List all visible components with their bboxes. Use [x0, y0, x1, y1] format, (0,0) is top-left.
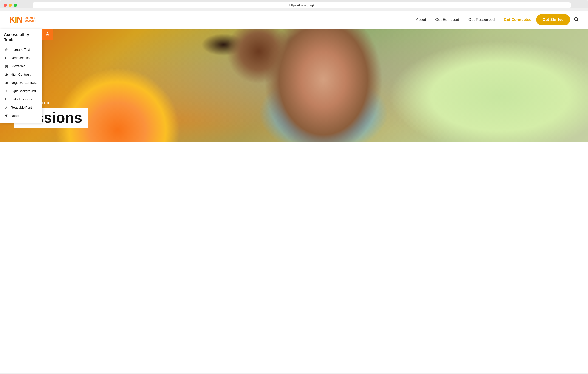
- search-button[interactable]: [574, 17, 579, 23]
- nav-link-about[interactable]: About: [416, 17, 426, 22]
- accessibility-item-decrease-text[interactable]: ⊖Decrease Text: [0, 54, 42, 62]
- negative-contrast-label: Negative Contrast: [11, 81, 37, 85]
- hero-section: GET CONNECTED Missions: [0, 29, 588, 141]
- reset-icon: ↺: [4, 114, 9, 118]
- decrease-text-icon: ⊖: [4, 56, 9, 60]
- accessibility-panel: Accessibility Tools ⊕Increase Text⊖Decre…: [0, 29, 42, 123]
- links-underline-label: Links Underline: [11, 97, 33, 101]
- increase-text-icon: ⊕: [4, 47, 9, 52]
- nav-links: AboutGet EquippedGet ResourcedGet Connec…: [416, 17, 532, 22]
- grayscale-label: Grayscale: [11, 64, 25, 68]
- accessibility-item-links-underline[interactable]: ⊔Links Underline: [0, 95, 42, 103]
- increase-text-label: Increase Text: [11, 48, 30, 52]
- accessibility-item-increase-text[interactable]: ⊕Increase Text: [0, 45, 42, 54]
- minimize-button[interactable]: [9, 4, 12, 7]
- hero-photo-simulation: [0, 29, 588, 141]
- nav-link-get-resourced[interactable]: Get Resourced: [468, 17, 494, 22]
- accessibility-icon: [44, 32, 51, 37]
- high-contrast-icon: ◑: [4, 72, 9, 77]
- readable-font-label: Readable Font: [11, 106, 32, 109]
- light-background-icon: ○: [4, 89, 9, 93]
- accessibility-item-negative-contrast[interactable]: ◉Negative Contrast: [0, 79, 42, 87]
- accessibility-toggle[interactable]: [42, 29, 53, 40]
- accessibility-title: Accessibility: [4, 32, 39, 37]
- logo-tagline: KOINONIA INCLUSION: [24, 17, 36, 22]
- nav-link-get-equipped[interactable]: Get Equipped: [435, 17, 459, 22]
- close-button[interactable]: [4, 4, 7, 7]
- get-started-button[interactable]: Get Started: [536, 14, 570, 25]
- nav-link-get-connected[interactable]: Get Connected: [504, 17, 532, 22]
- svg-line-2: [577, 20, 578, 21]
- accessibility-item-light-background[interactable]: ○Light Background: [0, 87, 42, 95]
- links-underline-icon: ⊔: [4, 97, 9, 102]
- readable-font-icon: A: [4, 105, 9, 110]
- accessibility-item-reset[interactable]: ↺Reset: [0, 112, 42, 120]
- accessibility-subtitle: Tools: [4, 37, 39, 42]
- navbar: KIN KOINONIA INCLUSION AboutGet Equipped…: [0, 11, 588, 29]
- accessibility-item-readable-font[interactable]: AReadable Font: [0, 103, 42, 112]
- search-icon: [574, 17, 579, 22]
- decrease-text-label: Decrease Text: [11, 56, 31, 60]
- accessibility-items-list: ⊕Increase Text⊖Decrease Text▩Grayscale◑H…: [0, 44, 42, 123]
- site-logo[interactable]: KIN KOINONIA INCLUSION: [9, 16, 36, 24]
- accessibility-item-high-contrast[interactable]: ◑High Contrast: [0, 70, 42, 79]
- high-contrast-label: High Contrast: [11, 73, 31, 76]
- accessibility-item-grayscale[interactable]: ▩Grayscale: [0, 62, 42, 70]
- svg-point-0: [47, 32, 48, 33]
- logo-kin-text: KIN: [9, 16, 22, 24]
- light-background-label: Light Background: [11, 89, 36, 93]
- grayscale-icon: ▩: [4, 64, 9, 68]
- svg-point-1: [575, 17, 578, 21]
- page-wrapper: Accessibility Tools ⊕Increase Text⊖Decre…: [0, 11, 588, 373]
- negative-contrast-icon: ◉: [4, 80, 9, 85]
- accessibility-header: Accessibility Tools: [0, 29, 42, 44]
- address-bar[interactable]: https://kin.org.sg/: [33, 2, 571, 8]
- maximize-button[interactable]: [14, 4, 17, 7]
- reset-label: Reset: [11, 114, 19, 118]
- browser-chrome: https://kin.org.sg/: [0, 0, 588, 8]
- browser-controls: https://kin.org.sg/: [4, 2, 584, 8]
